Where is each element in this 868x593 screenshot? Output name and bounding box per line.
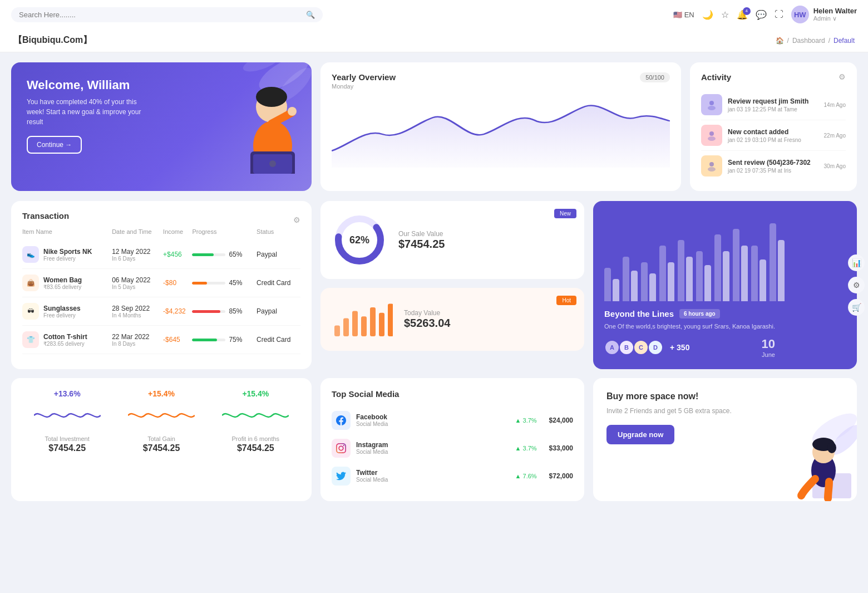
bar-group	[770, 223, 785, 301]
table-header-cell: Status	[257, 228, 300, 241]
social-pct: ▲ 3.7%	[515, 445, 537, 452]
brand-logo: 【Biqubiqu.Com】	[13, 35, 92, 46]
welcome-subtitle: You have completed 40% of your this week…	[27, 97, 149, 127]
bar-light	[659, 246, 666, 301]
beyond-title-text: Beyond the Lines	[604, 309, 674, 318]
welcome-card: Welcome, William You have completed 40% …	[11, 62, 312, 191]
chart-icon-btn[interactable]: 📊	[848, 254, 865, 271]
search-bar[interactable]: 🔍	[11, 7, 323, 22]
beyond-date: 10 June	[761, 337, 775, 358]
language-button[interactable]: 🇺🇸 EN	[673, 11, 694, 19]
avatar-1: A	[604, 340, 620, 355]
notifications-button[interactable]: 🔔 4	[737, 9, 748, 20]
social-type: Social Media	[356, 477, 388, 483]
stat-value: $7454.25	[213, 443, 298, 453]
social-item: Facebook Social Media ▲ 3.7% $24,000	[332, 406, 573, 434]
income-cell: +$456	[163, 241, 192, 269]
social-pct: ▲ 7.6%	[515, 473, 537, 479]
svg-rect-23	[370, 307, 376, 336]
progress-cell: 65%	[192, 241, 257, 269]
settings-icon-btn[interactable]: ⚙	[848, 277, 865, 293]
main-row1: Welcome, William You have completed 40% …	[0, 52, 868, 201]
social-amount: $72,000	[549, 472, 573, 480]
breadcrumb-dashboard[interactable]: Dashboard	[792, 37, 825, 45]
svg-point-13	[709, 131, 714, 136]
progress-cell: 85%	[192, 297, 257, 326]
activity-item-title: Review request jim Smith	[728, 97, 818, 105]
social-type: Social Media	[356, 421, 388, 427]
cart-icon-btn[interactable]: 🛒	[848, 299, 865, 316]
progress-fill	[192, 253, 214, 256]
dark-mode-button[interactable]: 🌙	[702, 9, 713, 20]
svg-rect-22	[361, 316, 367, 336]
activity-item-title: New contact added	[728, 128, 818, 136]
social-icon	[332, 411, 351, 430]
messages-button[interactable]: 💬	[756, 9, 767, 20]
activity-settings-icon[interactable]: ⚙	[839, 72, 846, 82]
item-icon: 🕶	[22, 303, 39, 320]
table-header-cell: Progress	[192, 228, 257, 241]
bar-dark	[741, 246, 748, 301]
user-menu[interactable]: HW Helen Walter Admin ∨	[791, 6, 857, 23]
yearly-title: Yearly Overview	[332, 72, 396, 82]
item-info: Sunglasses Free delivery	[43, 305, 81, 318]
svg-point-15	[709, 162, 714, 166]
svg-rect-19	[334, 326, 340, 337]
flag-icon: 🇺🇸	[673, 11, 682, 19]
transaction-settings-icon[interactable]: ⚙	[293, 215, 300, 224]
activity-thumb	[701, 125, 722, 146]
avatar-3: C	[633, 340, 649, 355]
bar-group	[714, 234, 729, 301]
bar-group	[641, 262, 656, 301]
beyond-desc: One Of the world,s brightest, young surf…	[604, 322, 775, 331]
home-icon[interactable]: 🏠	[776, 37, 784, 45]
sale-column: New 62% Our Sale Value $7454.25 Hot	[320, 201, 584, 369]
progress-fill	[192, 310, 220, 313]
social-type: Social Media	[356, 449, 388, 455]
bar-light	[623, 257, 629, 301]
progress-pct: 75%	[229, 336, 242, 344]
progress-bar	[192, 339, 225, 341]
svg-point-16	[708, 167, 716, 171]
sale-value: $7454.25	[398, 238, 445, 251]
activity-item: Sent review (504)236-7302 jan 02 19 07:3…	[701, 151, 846, 181]
status-cell: Credit Card	[257, 269, 300, 297]
bar-group	[659, 246, 674, 301]
breadcrumb-sep2: /	[828, 37, 830, 45]
fullscreen-button[interactable]: ⛶	[775, 9, 783, 19]
bar-light	[696, 251, 703, 301]
transaction-card: Transaction ⚙ Item NameDate and TimeInco…	[11, 201, 312, 369]
social-item: Twitter Social Media ▲ 7.6% $72,000	[332, 462, 573, 490]
upgrade-button[interactable]: Upgrade now	[606, 425, 674, 444]
status-cell: Paypal	[257, 297, 300, 326]
breadcrumb-sep1: /	[787, 37, 789, 45]
stat-item: +15.4% Total Gain $7454.25	[119, 389, 204, 490]
wave-chart	[34, 401, 101, 429]
continue-button[interactable]: Continue →	[27, 136, 82, 154]
table-header-cell: Date and Time	[112, 228, 163, 241]
bookmark-button[interactable]: ☆	[721, 9, 729, 20]
beyond-bar-chart	[604, 212, 846, 301]
promo-title: Buy more space now!	[606, 391, 749, 401]
transaction-table: Item NameDate and TimeIncomeProgressStat…	[22, 228, 300, 354]
hot-badge: Hot	[556, 296, 576, 305]
bar-light	[770, 223, 776, 301]
stat-value: $7454.25	[119, 443, 204, 453]
social-pct: ▲ 3.7%	[515, 417, 537, 424]
notification-badge: 4	[743, 7, 751, 15]
social-name-wrap: Facebook Social Media	[356, 413, 388, 427]
donut-percent: 62%	[349, 234, 369, 246]
social-list: Facebook Social Media ▲ 3.7% $24,000 Ins…	[332, 406, 573, 490]
svg-point-11	[709, 101, 714, 105]
item-info: Women Bag ₹83.65 delivery	[43, 276, 82, 290]
stat-label: Total Gain	[119, 435, 204, 442]
today-value: $5263.04	[404, 317, 450, 330]
beyond-count: + 350	[670, 343, 689, 352]
today-bar-chart	[332, 299, 393, 340]
bar-group	[678, 240, 693, 301]
search-input[interactable]	[19, 11, 302, 19]
bar-light	[604, 268, 611, 301]
today-label: Today Value	[404, 309, 450, 317]
sale-label: Our Sale Value	[398, 230, 445, 238]
stat-label: Total Investment	[24, 435, 110, 442]
